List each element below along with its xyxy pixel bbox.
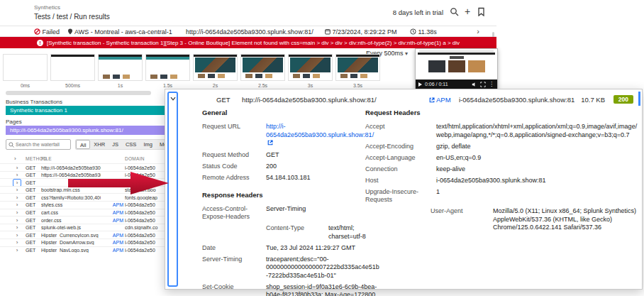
- method-cell: GET: [26, 202, 35, 207]
- apm-link[interactable]: APM: [98, 202, 123, 207]
- filmstrip-frame[interactable]: 1.5s: [145, 54, 190, 88]
- run-datetime-label: 7/23/2024, 8:29:22 PM: [333, 28, 397, 35]
- method-cell: GET: [26, 187, 35, 192]
- volume-icon[interactable]: [472, 82, 477, 87]
- kv-value: shop_session-id=9f0a31e6-6c9b-4bea-b04e-…: [266, 283, 381, 296]
- filmstrip-frame[interactable]: 3s: [288, 54, 333, 88]
- filmstrip-frame[interactable]: 3.5s: [335, 54, 380, 88]
- table-row[interactable]: › GET order.css APM i-0654da2e50: [0, 216, 165, 224]
- detail-kv-row: Upgrade-Insecure-Requests 1: [365, 188, 639, 204]
- row-expand-chevron-icon[interactable]: ›: [13, 202, 21, 208]
- filmstrip-frame[interactable]: 1s: [98, 54, 143, 88]
- filmstrip-frame[interactable]: 2.5s: [240, 54, 285, 88]
- thumb-product-row: [293, 74, 328, 78]
- breadcrumb[interactable]: Tests / test / Run results: [34, 13, 110, 21]
- row-expand-chevron-icon[interactable]: ›: [13, 180, 21, 186]
- table-row[interactable]: › GET http://i-0654da2e505ba9300.splunk.…: [0, 163, 165, 171]
- play-icon[interactable]: [418, 82, 422, 87]
- filter-tab[interactable]: XHR: [90, 140, 109, 149]
- row-expand-chevron-icon[interactable]: ›: [13, 239, 21, 246]
- detail-kv-row: Access-Control-Expose-Headers Server-Tim…: [202, 205, 381, 221]
- kv-label: Server-Timing: [202, 256, 266, 280]
- detail-kv-row: User-Agent Mozilla/5.0 (X11; Linux x86_6…: [431, 207, 639, 232]
- run-video-player[interactable]: 0:06 / 0:11 ⋮: [415, 48, 498, 89]
- row-expand-chevron-icon[interactable]: ›: [13, 165, 21, 171]
- external-link-icon[interactable]: [267, 140, 273, 148]
- run-status: Failed: [34, 28, 60, 36]
- file-cell: styles.css: [41, 202, 101, 207]
- table-row[interactable]: › GET Hipster_CurrencyIcon.svg APM i-065…: [0, 231, 165, 239]
- filmstrip-thumbnail[interactable]: [3, 54, 48, 81]
- table-row[interactable]: › GET https://i-0654da2e505ba9300.splunk…: [0, 171, 165, 179]
- detail-apm-link[interactable]: APM: [429, 96, 451, 104]
- kv-label: Status Code: [202, 163, 266, 171]
- next-run-chevron-icon[interactable]: ›: [477, 27, 479, 35]
- kv-label: Accept: [365, 123, 436, 139]
- row-expand-chevron-icon[interactable]: ›: [13, 187, 21, 193]
- kv-label: Content-Type: [266, 224, 328, 241]
- apm-link[interactable]: APM: [98, 240, 123, 245]
- filter-tab[interactable]: CSS: [122, 140, 140, 149]
- filmstrip-thumbnail[interactable]: [50, 54, 95, 81]
- video-control-bar: 0:06 / 0:11 ⋮: [416, 80, 497, 89]
- bookmark-icon[interactable]: [477, 7, 487, 17]
- request-headers-section-title: Request Headers: [365, 109, 639, 116]
- expand-all-chevron-icon[interactable]: ›: [14, 155, 16, 162]
- filter-tab[interactable]: All: [76, 140, 90, 149]
- file-cell: Hipster_NavLogo.svg: [41, 248, 101, 253]
- kebab-menu-icon[interactable]: ⋮: [489, 82, 494, 87]
- filter-tab[interactable]: JS: [109, 140, 122, 149]
- fullscreen-icon[interactable]: [480, 82, 486, 87]
- video-page-logo: [450, 56, 464, 59]
- table-row[interactable]: › GET bootstrap.min.css APM stackpath.bo…: [0, 186, 165, 194]
- kv-label: Access-Control-Expose-Headers: [202, 205, 266, 221]
- kv-value: 1: [436, 188, 639, 204]
- kv-value: gzip, deflate: [436, 143, 639, 151]
- filmstrip-thumbnail[interactable]: [240, 54, 285, 81]
- filmstrip-thumbnail[interactable]: [288, 54, 333, 81]
- search-icon[interactable]: [450, 7, 460, 17]
- filmstrip-frame[interactable]: 0ms: [3, 54, 48, 88]
- collapse-row-button[interactable]: [167, 92, 178, 287]
- clock-icon: [410, 28, 416, 36]
- table-row[interactable]: › GET APM i-0654da2e50: [0, 178, 165, 186]
- filmstrip-thumbnail[interactable]: [145, 54, 190, 81]
- row-expand-chevron-icon[interactable]: ›: [13, 194, 21, 201]
- run-datetime: 7/23/2024, 8:29:22 PM: [325, 28, 397, 36]
- row-expand-chevron-icon[interactable]: ›: [13, 217, 21, 224]
- domain-cell: i-0654da2e50: [125, 240, 165, 245]
- apm-link[interactable]: APM: [98, 233, 123, 238]
- filmstrip-frame[interactable]: 500ms: [50, 54, 95, 88]
- filmstrip-thumbnail[interactable]: [98, 54, 143, 81]
- filmstrip-timestamp: 1.5s: [145, 83, 190, 88]
- row-expand-chevron-icon[interactable]: ›: [13, 209, 21, 216]
- table-row[interactable]: › GET splunk-otel-web.js APM cdn.signalf…: [0, 224, 165, 231]
- row-expand-chevron-icon[interactable]: ›: [13, 232, 21, 239]
- caret-down-icon: ▾: [405, 50, 408, 57]
- search-input[interactable]: [16, 142, 68, 147]
- filter-tab[interactable]: Img: [140, 140, 156, 149]
- table-row[interactable]: › GET css?family=Roboto:300,400,500,700 …: [0, 193, 165, 201]
- domain-cell: i-0654da2e50: [125, 165, 165, 170]
- domain-column-header: DOMAIN: [125, 156, 145, 161]
- kv-label: Accept-Language: [365, 154, 436, 163]
- magnifier-icon: [9, 142, 14, 148]
- table-row[interactable]: › GET Hipster_NavLogo.svg APM i-0654da2e…: [0, 246, 165, 254]
- row-expand-chevron-icon[interactable]: ›: [13, 172, 21, 178]
- filmstrip-thumbnail[interactable]: [335, 54, 380, 81]
- table-row[interactable]: › GET cart.css APM i-0654da2e50: [0, 209, 165, 216]
- apm-link[interactable]: APM: [98, 210, 123, 215]
- filmstrip-frame[interactable]: 2s: [193, 54, 238, 88]
- apm-link[interactable]: APM: [98, 218, 123, 223]
- table-row[interactable]: › GET Hipster_DownArrow.svg APM i-0654da…: [0, 239, 165, 246]
- row-expand-chevron-icon[interactable]: ›: [13, 224, 21, 231]
- table-row[interactable]: › GET styles.css APM i-0654da2e50: [0, 201, 165, 209]
- apm-link[interactable]: APM: [98, 248, 123, 253]
- method-cell: GET: [26, 165, 35, 170]
- waterfall-horizontal-scrollbar[interactable]: [6, 91, 151, 95]
- create-new-icon[interactable]: +: [462, 7, 472, 17]
- filmstrip-thumbnail[interactable]: [193, 54, 238, 81]
- row-expand-chevron-icon[interactable]: ›: [13, 247, 21, 253]
- file-cell: bootstrap.min.css: [41, 187, 101, 192]
- waterfall-search-box[interactable]: [6, 139, 71, 150]
